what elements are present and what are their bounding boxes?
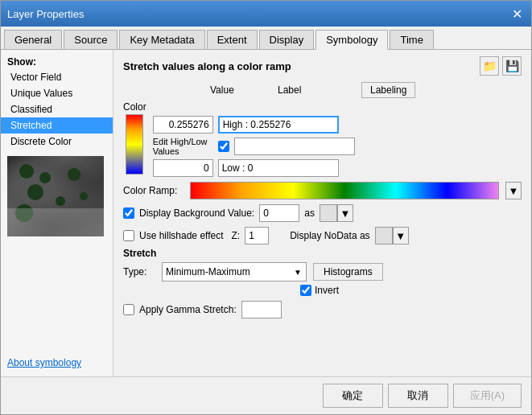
invert-label: Invert: [315, 285, 339, 296]
type-row: Type: Minimum-Maximum Standard Deviation…: [123, 262, 522, 281]
bg-dropdown-arrow: ▼: [340, 208, 350, 220]
bg-value-input[interactable]: [259, 204, 299, 222]
edit-highlow-checkbox[interactable]: [218, 141, 229, 152]
titlebar: Layer Properties ✕: [1, 1, 531, 27]
sidebar: Show: Vector Field Unique Values Classif…: [1, 50, 113, 376]
display-bg-label: Display Background Value:: [139, 208, 254, 219]
invert-checkbox[interactable]: [300, 285, 311, 296]
hillshade-label: Use hillshade effect: [139, 230, 224, 241]
low-value-input[interactable]: [153, 159, 213, 177]
gamma-input[interactable]: [241, 301, 282, 318]
type-select-wrapper: Minimum-Maximum Standard Deviations Perc…: [162, 262, 307, 281]
edit-highlow-row: Edit High/Low Values: [153, 137, 355, 156]
bg-dropdown-button[interactable]: ▼: [337, 204, 353, 222]
ramp-dropdown-button[interactable]: ▼: [505, 182, 522, 199]
folder-button[interactable]: 📁: [480, 56, 499, 76]
panel-area: Stretch values along a color ramp 📁 💾 Va…: [113, 50, 531, 376]
display-bg-checkbox[interactable]: [123, 208, 134, 219]
col-header-label: Label: [278, 84, 358, 96]
color-ramp-preview: [190, 182, 499, 199]
tab-bar: General Source Key Metadata Extent Displ…: [1, 27, 531, 50]
gamma-label: Apply Gamma Stretch:: [139, 304, 237, 315]
color-ramp-label: Color Ramp:: [123, 185, 184, 196]
ok-button[interactable]: 确定: [323, 384, 383, 408]
main-content: Show: Vector Field Unique Values Classif…: [1, 50, 531, 376]
nodata-color-swatch[interactable]: [375, 227, 393, 244]
layer-preview: [7, 156, 106, 347]
color-value-section: Color Edit High/Low Values: [123, 101, 522, 177]
tab-extent[interactable]: Extent: [207, 30, 258, 49]
as-label: as: [304, 208, 315, 219]
layer-properties-window: Layer Properties ✕ General Source Key Me…: [0, 0, 532, 415]
ramp-dropdown-arrow: ▼: [509, 185, 519, 197]
color-gradient: [126, 114, 143, 175]
nodata-dropdown-arrow: ▼: [395, 230, 406, 242]
tab-symbology[interactable]: Symbology: [315, 30, 388, 50]
show-label: Show:: [1, 55, 113, 69]
edit-highlow-label: Edit High/Low Values: [153, 137, 213, 156]
panel-title: Stretch values along a color ramp: [123, 60, 291, 72]
invert-row: Invert: [300, 285, 522, 296]
panel-header: Stretch values along a color ramp 📁 💾: [123, 56, 522, 76]
footer-buttons: 确定 取消 应用(A): [1, 376, 531, 414]
gamma-row: Apply Gamma Stretch:: [123, 301, 522, 318]
value-label-col: Edit High/Low Values: [153, 116, 355, 177]
low-row: [153, 159, 355, 177]
panel-icons: 📁 💾: [480, 56, 522, 76]
sidebar-item-classified[interactable]: Classified: [1, 101, 113, 117]
tab-display[interactable]: Display: [259, 30, 315, 49]
tab-general[interactable]: General: [4, 30, 62, 49]
apply-button[interactable]: 应用(A): [453, 384, 522, 408]
save-button[interactable]: 💾: [502, 56, 522, 76]
bg-color-swatch-group: ▼: [320, 204, 353, 222]
type-select[interactable]: Minimum-Maximum Standard Deviations Perc…: [162, 262, 307, 281]
histograms-button[interactable]: Histograms: [313, 263, 383, 281]
z-input[interactable]: [245, 227, 269, 244]
sidebar-item-discrete-color[interactable]: Discrete Color: [1, 134, 113, 150]
high-row: [153, 116, 355, 134]
nodata-dropdown-button[interactable]: ▼: [393, 227, 409, 244]
z-label: Z:: [232, 230, 241, 241]
about-symbology-link[interactable]: About symbology: [1, 354, 113, 372]
hillshade-nodata-row: Use hillshade effect Z: Display NoData a…: [123, 227, 522, 244]
labeling-button[interactable]: Labeling: [361, 82, 415, 98]
hillshade-checkbox[interactable]: [123, 230, 134, 241]
edit-highlow-label-wrap: Edit High/Low Values: [153, 137, 213, 156]
low-label-input[interactable]: [218, 159, 339, 177]
preview-image: [7, 156, 104, 236]
gamma-checkbox[interactable]: [123, 304, 134, 315]
sidebar-item-unique-values[interactable]: Unique Values: [1, 85, 113, 101]
sidebar-item-stretched[interactable]: Stretched: [1, 117, 113, 134]
bg-value-row: Display Background Value: as ▼: [123, 204, 522, 222]
column-headers: Value Label Labeling: [123, 82, 522, 98]
tab-key-metadata[interactable]: Key Metadata: [119, 30, 204, 49]
color-ramp-row: Color Ramp: ▼: [123, 182, 522, 199]
sidebar-item-vector-field[interactable]: Vector Field: [1, 69, 113, 85]
panel-scroll: Stretch values along a color ramp 📁 💾 Va…: [113, 50, 531, 376]
bg-color-swatch[interactable]: [320, 204, 337, 222]
high-label-input[interactable]: [218, 116, 339, 134]
high-value-input[interactable]: [153, 116, 213, 134]
close-button[interactable]: ✕: [509, 6, 525, 22]
color-gradient-col: Color: [123, 101, 146, 177]
window-title: Layer Properties: [7, 8, 84, 20]
cancel-button[interactable]: 取消: [388, 384, 448, 408]
nodata-swatch-group: ▼: [375, 227, 409, 244]
stretch-section: Stretch Type: Minimum-Maximum Standard D…: [123, 248, 522, 296]
col-header-value: Value: [210, 84, 274, 96]
color-header: Color: [123, 101, 146, 113]
nodata-label: Display NoData as: [290, 230, 369, 241]
type-label: Type:: [123, 266, 155, 277]
tab-time[interactable]: Time: [390, 30, 433, 49]
mid-label-input[interactable]: [234, 138, 355, 155]
tab-source[interactable]: Source: [64, 30, 118, 49]
stretch-label: Stretch: [123, 248, 522, 259]
